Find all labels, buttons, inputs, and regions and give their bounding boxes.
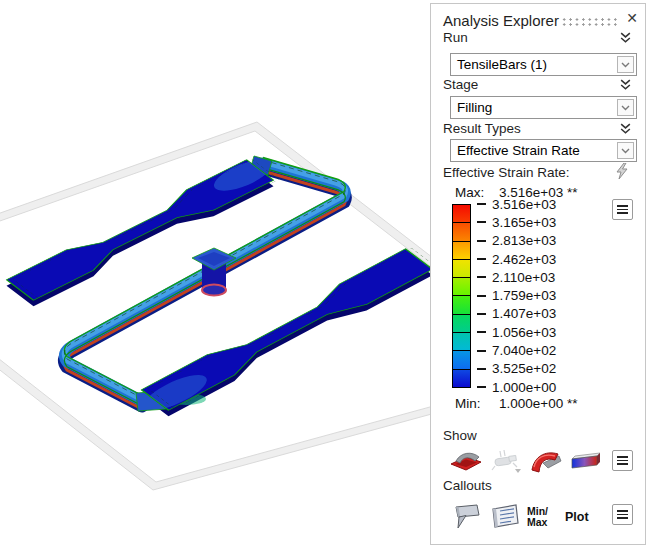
legend-tick-row: 3.165e+03 xyxy=(477,213,556,231)
collapse-result-types-icon[interactable] xyxy=(619,122,632,136)
tensile-bar-bottom[interactable] xyxy=(129,246,432,418)
show-feed-system-button[interactable] xyxy=(489,448,523,474)
run-label: Run xyxy=(443,30,468,45)
legend-value: 2.462e+03 xyxy=(492,252,556,267)
legend-tick-row: 2.110e+03 xyxy=(477,268,556,286)
callouts-label: Callouts xyxy=(443,478,492,493)
legend-segment xyxy=(452,241,471,260)
callout-probe-button[interactable] xyxy=(451,502,481,530)
run-select[interactable]: TensileBars (1) xyxy=(450,53,637,76)
legend-tick xyxy=(477,368,486,370)
legend-value: 1.407e+03 xyxy=(492,306,556,321)
legend-value: 3.165e+03 xyxy=(492,215,556,230)
legend-value: 3.516e+03 xyxy=(492,197,556,212)
legend-value: 1.000e+00 xyxy=(492,380,556,395)
app-background: { "panel": { "title": "Analysis Explorer… xyxy=(0,0,650,547)
result-types-select-arrow-icon[interactable] xyxy=(617,142,634,159)
legend-segment xyxy=(452,332,471,351)
legend-tick xyxy=(477,350,486,352)
stage-select[interactable]: Filling xyxy=(450,96,637,119)
legend-tick xyxy=(477,203,486,205)
legend-value: 7.040e+02 xyxy=(492,343,556,358)
collapse-stage-icon[interactable] xyxy=(619,78,632,92)
viewport-3d[interactable] xyxy=(0,0,432,547)
legend-labels: 3.516e+033.165e+032.813e+032.462e+032.11… xyxy=(477,195,556,396)
legend-tick xyxy=(477,221,486,223)
show-menu-button[interactable] xyxy=(612,450,633,471)
analysis-status-bolt-icon[interactable] xyxy=(615,163,629,179)
legend-segment xyxy=(452,204,471,223)
legend-tick-row: 3.516e+03 xyxy=(477,195,556,213)
result-types-select[interactable]: Effective Strain Rate xyxy=(450,139,637,162)
legend-segment xyxy=(452,369,471,388)
min-label: Min: xyxy=(455,396,489,411)
show-label: Show xyxy=(443,428,477,443)
min-value: 1.000e+00 ** xyxy=(499,396,577,411)
legend-value: 2.110e+03 xyxy=(492,270,555,285)
callouts-menu-button[interactable] xyxy=(612,504,633,525)
legend-value: 3.525e+02 xyxy=(492,361,556,376)
legend-value: 2.813e+03 xyxy=(492,233,556,248)
legend-tick xyxy=(477,276,486,278)
legend-tick xyxy=(477,313,486,315)
callout-note-button[interactable] xyxy=(489,502,521,530)
legend-tick-row: 1.056e+03 xyxy=(477,323,556,341)
legend-tick xyxy=(477,240,486,242)
result-types-select-value: Effective Strain Rate xyxy=(457,140,580,161)
legend-value: 1.759e+03 xyxy=(492,288,556,303)
legend-segment xyxy=(452,277,471,296)
run-select-arrow-icon[interactable] xyxy=(617,56,634,73)
legend-tick-row: 1.759e+03 xyxy=(477,286,556,304)
callout-plot-button[interactable]: Plot xyxy=(565,510,589,524)
show-legend-button[interactable] xyxy=(569,448,603,474)
legend-tick xyxy=(477,258,486,260)
stage-select-value: Filling xyxy=(457,97,492,118)
legend-value: 1.056e+03 xyxy=(492,325,556,340)
show-part-button[interactable] xyxy=(449,448,483,474)
legend-segment xyxy=(452,314,471,333)
legend-menu-button[interactable] xyxy=(612,199,633,220)
tensile-bar-top[interactable] xyxy=(6,153,288,301)
callout-minmax-line2: Max xyxy=(527,517,548,528)
legend-tick xyxy=(477,331,486,333)
legend-tick-row: 1.407e+03 xyxy=(477,305,556,323)
legend-bar xyxy=(452,204,471,388)
legend-tick-row: 1.000e+00 xyxy=(477,378,556,396)
legend-tick-row: 2.462e+03 xyxy=(477,250,556,268)
result-types-label: Result Types xyxy=(443,121,521,136)
close-icon[interactable]: ✕ xyxy=(623,9,641,27)
drag-handle-icon[interactable] xyxy=(561,17,619,27)
run-select-value: TensileBars (1) xyxy=(457,54,547,75)
panel-title: Analysis Explorer xyxy=(443,12,559,29)
legend-tick-row: 3.525e+02 xyxy=(477,360,556,378)
legend-segment xyxy=(452,295,471,314)
legend-segment xyxy=(452,350,471,369)
legend-segment xyxy=(452,259,471,278)
legend-tick xyxy=(477,295,486,297)
legend-tick-row: 2.813e+03 xyxy=(477,232,556,250)
stage-label: Stage xyxy=(443,77,478,92)
legend-tick-row: 7.040e+02 xyxy=(477,341,556,359)
stage-select-arrow-icon[interactable] xyxy=(617,99,634,116)
legend-segment xyxy=(452,222,471,241)
show-deflection-button[interactable] xyxy=(529,448,563,474)
analysis-explorer-panel: Analysis Explorer ✕ Run TensileBars (1) … xyxy=(430,3,646,545)
callout-minmax-button[interactable]: Min/ Max xyxy=(527,506,548,528)
result-heading: Effective Strain Rate: xyxy=(443,165,570,180)
legend-tick xyxy=(477,386,486,388)
collapse-run-icon[interactable] xyxy=(619,31,632,45)
min-row: Min:1.000e+00 ** xyxy=(455,396,577,411)
